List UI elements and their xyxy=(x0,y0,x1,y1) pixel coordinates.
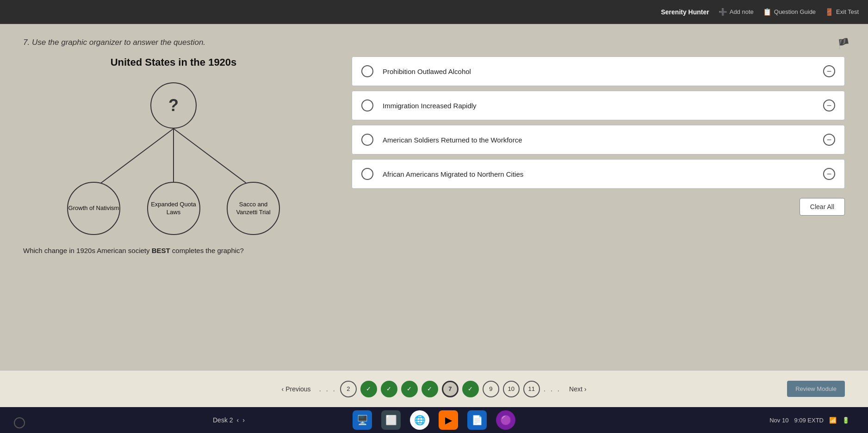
question-guide-icon: 📋 xyxy=(763,8,772,16)
flag-icon[interactable]: 🏴 xyxy=(837,38,849,50)
page-2[interactable]: 2 xyxy=(340,381,357,397)
answer-text-3: American Soldiers Returned to the Workfo… xyxy=(383,136,814,144)
add-note-button[interactable]: ➕ Add note xyxy=(719,8,754,16)
page-8[interactable] xyxy=(462,381,479,397)
taskbar-purple[interactable]: 🟣 xyxy=(496,410,515,430)
taskbar-radio xyxy=(14,417,25,428)
chevron-left-icon: ‹ xyxy=(281,385,284,393)
radio-3[interactable] xyxy=(361,134,373,146)
minus-btn-2[interactable]: − xyxy=(823,99,835,111)
page-3[interactable] xyxy=(360,381,377,397)
question-number: 7. Use the graphic organizer to answer t… xyxy=(23,38,845,47)
page-6[interactable] xyxy=(422,381,438,397)
exit-icon: 🚪 xyxy=(825,8,834,16)
answer-option-4[interactable]: African Americans Migrated to Northern C… xyxy=(352,159,845,189)
radio-1[interactable] xyxy=(361,65,373,77)
top-bar: Serenity Hunter ➕ Add note 📋 Question Gu… xyxy=(0,0,868,24)
page-4[interactable] xyxy=(381,381,397,397)
bottom-circles: Growth of Nativism Expanded Quota Laws S… xyxy=(58,182,289,235)
taskbar-chrome[interactable]: 🌐 xyxy=(410,410,429,430)
radio-2[interactable] xyxy=(361,99,373,111)
taskbar-desk-label: Desk 2 ‹ › xyxy=(213,416,245,424)
minus-btn-4[interactable]: − xyxy=(823,168,835,180)
organizer-diagram: ? Growth of Nativism Expanded Quota Laws… xyxy=(58,82,289,235)
minus-btn-3[interactable]: − xyxy=(823,134,835,146)
bottom-node-1: Growth of Nativism xyxy=(67,182,120,235)
wifi-icon: 📶 xyxy=(829,417,837,424)
graphic-organizer: United States in the 1920s ? xyxy=(23,56,324,254)
review-module-button[interactable]: Review Module xyxy=(787,381,845,397)
main-content: 🏴 7. Use the graphic organizer to answer… xyxy=(0,24,868,370)
nav-dots-left: . . . xyxy=(319,385,336,393)
answer-option-3[interactable]: American Soldiers Returned to the Workfo… xyxy=(352,125,845,155)
taskbar: Desk 2 ‹ › 🖥️ ⬜ 🌐 ▶ 📄 🟣 Nov 10 9:09 EXTD… xyxy=(0,407,868,433)
content-area: United States in the 1920s ? xyxy=(23,56,845,254)
add-note-icon: ➕ xyxy=(719,8,727,16)
next-button[interactable]: Next › xyxy=(564,383,591,396)
svg-line-0 xyxy=(99,129,174,184)
answer-text-1: Prohibition Outlawed Alcohol xyxy=(383,68,814,75)
page-9[interactable]: 9 xyxy=(483,381,499,397)
question-guide-button[interactable]: 📋 Question Guide xyxy=(763,8,816,16)
battery-icon: 🔋 xyxy=(842,417,849,424)
nav-dots-right: . . . xyxy=(544,385,561,393)
clear-all-button[interactable]: Clear All xyxy=(800,198,845,216)
taskbar-monitor[interactable]: 🖥️ xyxy=(353,410,372,430)
question-text: Which change in 1920s American society B… xyxy=(23,247,324,254)
taskbar-right: Nov 10 9:09 EXTD 📶 🔋 xyxy=(769,417,849,424)
answer-area: Prohibition Outlawed Alcohol − Immigrati… xyxy=(352,56,845,216)
minus-btn-1[interactable]: − xyxy=(823,65,835,77)
radio-outer-circle xyxy=(14,417,25,428)
bottom-navigation: ‹ Previous . . . 2 7 9 10 11 . . . Next … xyxy=(0,370,868,407)
exit-test-button[interactable]: 🚪 Exit Test xyxy=(825,8,859,16)
username: Serenity Hunter xyxy=(661,8,709,16)
taskbar-window[interactable]: ⬜ xyxy=(381,410,401,430)
page-5[interactable] xyxy=(401,381,418,397)
top-node: ? xyxy=(150,82,197,129)
organizer-title: United States in the 1920s xyxy=(23,56,324,68)
page-7[interactable]: 7 xyxy=(442,381,459,397)
arrow-right-icon[interactable]: › xyxy=(242,416,245,424)
page-10[interactable]: 10 xyxy=(503,381,520,397)
bottom-node-3: Sacco and Vanzetti Trial xyxy=(227,182,280,235)
page-11[interactable]: 11 xyxy=(523,381,540,397)
bottom-node-2: Expanded Quota Laws xyxy=(147,182,200,235)
taskbar-play[interactable]: ▶ xyxy=(439,410,458,430)
previous-button[interactable]: ‹ Previous xyxy=(277,383,315,396)
radio-4[interactable] xyxy=(361,168,373,180)
answer-text-4: African Americans Migrated to Northern C… xyxy=(383,170,814,178)
answer-option-1[interactable]: Prohibition Outlawed Alcohol − xyxy=(352,56,845,86)
chevron-right-icon: › xyxy=(584,385,587,393)
taskbar-docs[interactable]: 📄 xyxy=(467,410,487,430)
answer-option-2[interactable]: Immigration Increased Rapidly − xyxy=(352,91,845,120)
svg-line-2 xyxy=(174,129,248,184)
arrow-left-icon[interactable]: ‹ xyxy=(237,416,239,424)
answer-text-2: Immigration Increased Rapidly xyxy=(383,102,814,110)
